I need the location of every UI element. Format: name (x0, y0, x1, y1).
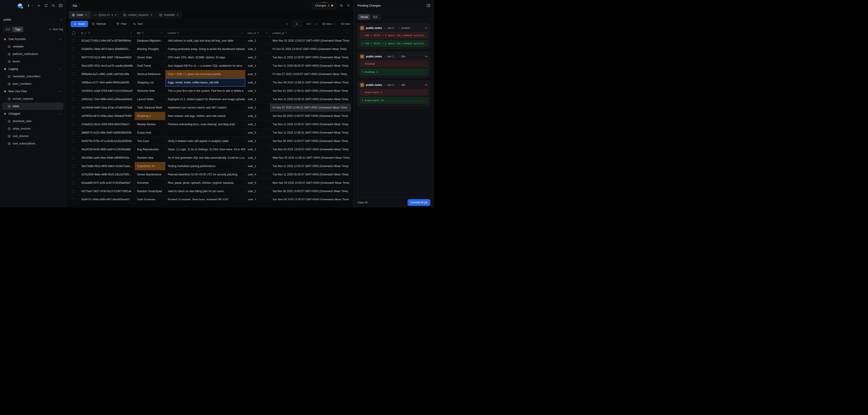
cell-title[interactable]: Weekly Review (134, 120, 165, 129)
sidebar-item-user_devices[interactable]: user_devices (2, 132, 64, 140)
cell-id[interactable]: 39fc83b8-cae9-44ee-99d6-a96990003e... (79, 154, 134, 162)
row-checkbox[interactable] (69, 95, 79, 103)
cell-content[interactable]: Finished onboarding docs, code cleanup, … (165, 120, 245, 129)
cell-created-at[interactable]: Thu Nov 06 2025 12:56:31 GMT+0000 (Green… (270, 78, 351, 87)
add-icon[interactable] (37, 4, 41, 7)
view-visual-tab[interactable]: Visual (358, 14, 370, 20)
cell-created-at[interactable]: Fri Oct 31 2025 13:00:57 GMT+0000 (Green… (270, 45, 351, 53)
close-icon[interactable] (150, 14, 153, 16)
activity-pulse-icon[interactable] (340, 4, 343, 7)
undo-icon[interactable] (425, 55, 428, 58)
cell-content[interactable]: Add indexes to audit_logs and drop old t… (165, 37, 245, 45)
sidebar-item-download_stats[interactable]: download_stats (2, 118, 64, 125)
cell-title[interactable]: Daily Summary (134, 195, 165, 200)
ai-sparkles-icon[interactable] (346, 4, 350, 7)
row-checkbox[interactable] (69, 45, 79, 53)
toggle-tags[interactable]: Tags (12, 27, 23, 32)
cell-title[interactable]: Shopping List (134, 78, 165, 87)
cell-title[interactable]: Random Scratchpad (134, 187, 165, 195)
sidebar-item-contact_requests[interactable]: contact_requests (2, 95, 64, 102)
sql-badge[interactable]: SQL (70, 3, 80, 8)
cell-id[interactable]: 2b6bf075-b115-44fe-9e60-0d95b08b3059 (79, 129, 134, 137)
tab-contact-requests[interactable]: contact_requests (120, 11, 156, 19)
cell-content[interactable]: Implement user session tokens and JWT ro… (165, 103, 245, 112)
cell-content[interactable]: Eggs, bread, butter, coffee beans, oat m… (165, 78, 245, 87)
cell-user-id[interactable]: user_5 (245, 129, 270, 137)
changes-button[interactable]: Changes 3 (312, 2, 336, 9)
row-checkbox[interactable] (69, 112, 79, 120)
cell-user-id[interactable]: user_1 (245, 145, 270, 154)
row-checkbox[interactable] (69, 137, 79, 145)
cell-title[interactable]: Random Idea (134, 154, 165, 162)
cell-created-at[interactable]: Tue Nov 11 2025 12:56:31 GMT+0000 (Green… (270, 129, 351, 137)
cell-created-at[interactable]: Tue Nov 11 2025 04:56:31 GMT+0000 (Green… (270, 95, 351, 103)
row-checkbox[interactable] (69, 179, 79, 187)
cell-user-id[interactable]: user_2 (245, 187, 270, 195)
column-header-title[interactable]: title T (134, 29, 165, 37)
cell-content[interactable]: Planned downtime 02:00–03:00 UTC for sec… (165, 170, 245, 179)
cell-user-id[interactable]: user_1 (245, 120, 270, 129)
cell-id[interactable]: 3ee72ddb-091d-4605-8db3-42c8a7caed... (79, 162, 134, 170)
column-header-created-at[interactable]: created_at T (270, 29, 351, 37)
cell-id[interactable]: 0da1d290-5031-4ec8-ae76-caa4b1d9eb6b (79, 62, 134, 70)
column-header-content[interactable]: content T (165, 29, 245, 37)
undo-icon[interactable] (425, 84, 428, 87)
cell-created-at[interactable]: Tue Nov 11 2025 12:50:57 GMT+0000 (Green… (270, 162, 351, 170)
sidebar-group-logging[interactable]: Logging (2, 65, 64, 72)
tab-query-1[interactable]: Query #1 (91, 11, 120, 19)
cell-title[interactable]: Test Case (134, 137, 165, 145)
sidebar-item-newtable[interactable]: newtable (2, 43, 64, 50)
column-header-user-id[interactable]: user_id T (245, 29, 270, 37)
close-icon[interactable] (177, 14, 179, 16)
close-icon[interactable] (85, 14, 87, 16)
cell-created-at[interactable]: Sat Nov 08 2025 13:00:57 GMT+0000 (Green… (270, 112, 351, 120)
row-checkbox[interactable] (69, 195, 79, 200)
cell-id[interactable]: 427b2939-4b6e-4896-90c5-28c2c67bf5... (79, 170, 134, 179)
cell-id[interactable]: 13f8fbce-e277-4fe0-ae64-9f90d1db40f0 (79, 78, 134, 87)
cell-created-at[interactable]: Sat Nov 08 2025 13:00:57 GMT+0000 (Green… (270, 187, 351, 195)
cell-created-at[interactable]: Sat Nov 08 2025 13:00:57 GMT+0000 (Green… (270, 137, 351, 145)
cell-id[interactable]: 142d5311-e2a6-4759-b4b7-e1131063ea10 (79, 87, 134, 95)
prev-page-button[interactable] (285, 22, 289, 26)
cell-title[interactable]: Database Migration ... (134, 37, 165, 45)
sidebar-item-user_subscriptions[interactable]: user_subscriptions (2, 140, 64, 147)
cell-id[interactable]: 01b8600c-08eb-4970-8dc4-35b68b9c0... (79, 45, 134, 53)
cell-user-id[interactable]: user_1 (245, 87, 270, 95)
cell-user-id[interactable]: user_3 (245, 53, 270, 62)
row-checkbox[interactable] (69, 103, 79, 112)
view-sql-tab[interactable]: SQL (370, 14, 380, 20)
commit-all-button[interactable]: Commit All (3) (408, 199, 430, 206)
sidebar-item-newsletter_subscribers[interactable]: newsletter_subscribers (2, 73, 64, 80)
cell-content[interactable]: CPU load: 32%, Mem: 512MB, Uptime: 42 da… (165, 53, 245, 62)
cell-title[interactable]: Launch Notes (134, 95, 165, 103)
cell-user-id[interactable]: user_1 (245, 162, 270, 170)
clear-all-button[interactable]: Clear All (358, 201, 368, 204)
row-checkbox[interactable] (69, 187, 79, 195)
cell-created-at[interactable]: Wed Nov 05 2025 12:56:31 GMT+0000 (Green… (270, 154, 351, 162)
cell-user-id[interactable]: user_3 (245, 112, 270, 120)
cell-content[interactable]: Just shipped DB Pro v1 — a modern SQL wo… (165, 62, 245, 70)
cell-content[interactable]: Verify if deleted notes still appear in … (165, 137, 245, 145)
cell-title[interactable]: Server Stats (134, 53, 165, 62)
column-header-id[interactable]: id T (79, 29, 134, 37)
row-checkbox[interactable] (69, 70, 79, 78)
row-checkbox[interactable] (69, 129, 79, 137)
row-checkbox[interactable] (69, 154, 79, 162)
cell-title[interactable]: Draft Tweet (134, 62, 165, 70)
cell-user-id[interactable]: user_3 (245, 70, 270, 78)
cell-id[interactable]: 1bf502a2-72e4-499e-be52-e45eac8a33e3 (79, 95, 134, 103)
cell-title[interactable]: Shortcut Reference (134, 70, 165, 78)
row-checkbox[interactable] (69, 78, 79, 87)
cell-user-id[interactable]: user_1 (245, 62, 270, 70)
sidebar-item-notes[interactable]: notes (2, 103, 64, 110)
cell-created-at[interactable]: Tue Nov 11 2025 12:20:57 GMT+0000 (Green… (270, 53, 351, 62)
cell-title[interactable]: Todo: Backend Work (134, 103, 165, 112)
cell-content[interactable]: Feeling productive today. Going to tackl… (165, 45, 245, 53)
cell-content[interactable]: Deployed v1.2. Added support for Markdow… (165, 95, 245, 103)
cell-user-id[interactable]: user_1 (245, 103, 270, 112)
sidebar-group-user-accounts[interactable]: User Accounts (2, 35, 64, 43)
cell-id[interactable]: 1d126446-6e60-42ee-87ab-cf7a60392ba9 (79, 103, 134, 112)
sidebar-item-team_members[interactable]: team_members (2, 80, 64, 88)
next-page-button[interactable] (314, 22, 319, 26)
select-all-checkbox[interactable] (69, 29, 79, 37)
